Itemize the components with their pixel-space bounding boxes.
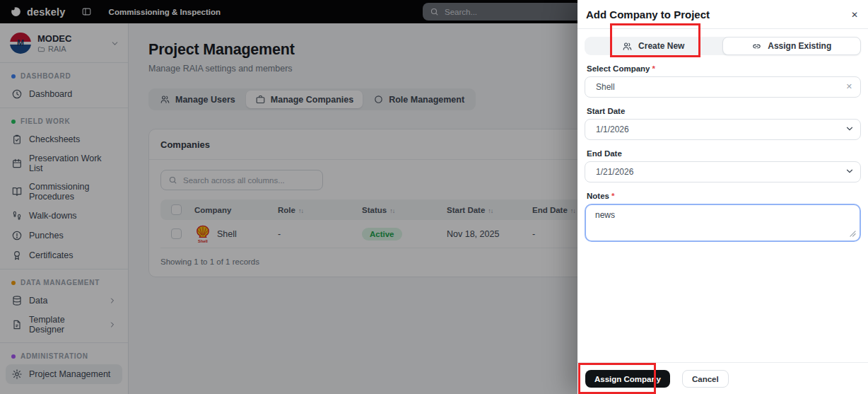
modal-footer: Assign Company Cancel [585,370,729,388]
end-date-field[interactable] [585,161,861,182]
chevron-down-icon[interactable] [845,124,855,134]
add-company-modal: Add Company to Project ✕ Create New Assi… [577,0,868,394]
chevron-down-icon[interactable] [845,166,855,176]
select-company-field[interactable] [585,76,861,98]
required-asterisk: * [652,64,655,73]
assign-company-button[interactable]: Assign Company [585,370,670,388]
start-date-field[interactable] [585,119,861,140]
users-icon [622,41,633,52]
clear-icon[interactable]: ✕ [846,82,852,91]
cancel-button[interactable]: Cancel [682,370,729,388]
modal-form: Select Company* ✕ Start Date End Date [577,64,868,242]
app-root: deskely Commissioning & Inspection M MOD… [0,0,868,394]
divider [577,362,868,363]
modal-title: Add Company to Project [586,8,710,21]
start-date-label: Start Date [587,107,859,115]
link-icon [751,41,762,52]
segment-label: Assign Existing [768,41,831,51]
notes-label: Notes* [587,192,859,200]
segment-label: Create New [638,41,684,51]
select-company-label: Select Company* [587,64,859,73]
mode-segmented-control: Create New Assign Existing [585,37,861,55]
modal-header: Add Company to Project ✕ [577,0,868,28]
resize-handle-icon[interactable] [850,231,856,237]
segment-assign-existing[interactable]: Assign Existing [722,37,862,55]
required-asterisk: * [611,192,614,200]
close-icon[interactable]: ✕ [851,11,858,19]
end-date-label: End Date [587,149,859,158]
notes-field[interactable]: news [585,204,861,242]
divider [577,28,868,29]
segment-create-new[interactable]: Create New [585,37,722,55]
